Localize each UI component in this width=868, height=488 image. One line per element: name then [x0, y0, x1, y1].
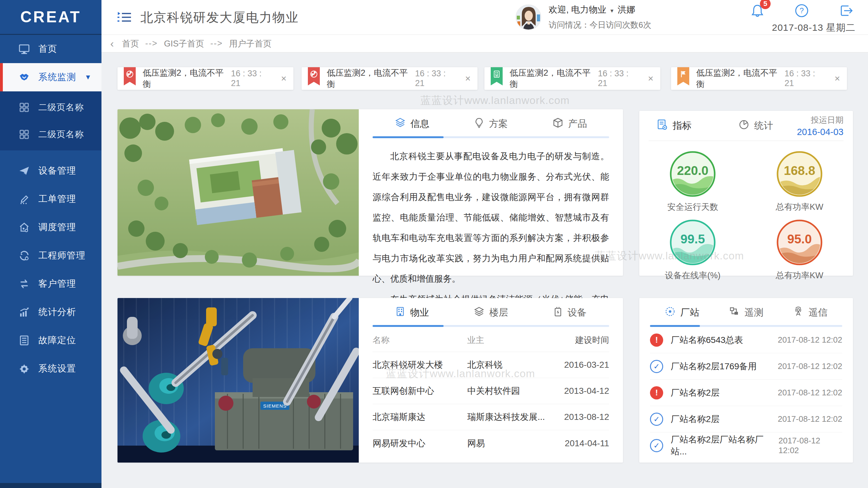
alert-card-2: 低压监测2，电流不平衡 16 : 33 : 21 × [302, 67, 477, 90]
tab-statistics[interactable]: 统计 [739, 119, 773, 132]
check-status-icon: ✓ [650, 413, 663, 426]
station-time: 2017-08-12 12:02 [778, 335, 842, 345]
sidebar-item-home[interactable]: 首页 [0, 35, 101, 63]
close-icon[interactable]: × [834, 74, 840, 83]
document-list-icon [18, 334, 30, 346]
sidebar-item-engineer-mgmt[interactable]: 工程师管理 [0, 241, 101, 270]
station-card: 厂站 遥测 遥信 ! 厂站名称6543总表 2017-08-12 12:02 [639, 298, 853, 462]
station-list-item[interactable]: ! 厂站名称6543总表 2017-08-12 12:02 [650, 327, 842, 353]
table-row[interactable]: 互联网创新中心 中关村软件园 2013-04-12 [373, 378, 609, 404]
tab-station[interactable]: 厂站 [650, 306, 714, 319]
sidebar-item-customer-mgmt[interactable]: 客户管理 [0, 270, 101, 298]
help-icon[interactable]: ? [795, 3, 809, 19]
sidebar-item-label: 故障定位 [38, 334, 76, 347]
table-row[interactable]: 网易研发中心 网易 2014-04-11 [373, 430, 609, 456]
cell-name: 网易研发中心 [373, 437, 467, 449]
column-header: 名称 [373, 334, 467, 346]
cell-name: 北京瑞斯康达 [373, 411, 467, 423]
gauge-total-power-1: 168.8 总有功率KW [746, 151, 853, 213]
cell-owner: 中关村软件园 [467, 385, 548, 397]
sidebar-item-system-monitor[interactable]: 系统监测 ▼ [0, 63, 101, 91]
logout-icon[interactable] [839, 3, 854, 19]
station-list-item[interactable]: ✓ 厂站名称2层厂站名称厂站... 2017-08-12 12:02 [650, 432, 842, 459]
info-panel: 信息 方案 产品 北京科锐主要从事配电设备及电力电子的研发与制造。 [359, 109, 623, 276]
commission-date-label: 投运日期 [797, 115, 843, 126]
sidebar-item-workorder-mgmt[interactable]: 工单管理 [0, 185, 101, 213]
tab-floor[interactable]: 楼层 [452, 306, 530, 319]
tab-telemetry[interactable]: 遥测 [714, 306, 778, 319]
breadcrumb-item-home[interactable]: 首页 [122, 38, 139, 49]
tab-label: 遥测 [745, 306, 764, 319]
tab-indicators[interactable]: 指标 [657, 119, 691, 132]
welcome-text: 欢迎, 电力物业 [549, 5, 607, 14]
layers-icon [395, 118, 406, 130]
swap-arrows-icon [18, 278, 30, 290]
tab-plan[interactable]: 方案 [452, 118, 530, 130]
sidebar-subitem-1[interactable]: 二级页名称 [0, 94, 101, 121]
check-status-icon: ✓ [650, 360, 663, 373]
app-logo: CREAT [0, 0, 101, 35]
sidebar-item-fault-locate[interactable]: 故障定位 [0, 326, 101, 355]
chart-trend-icon [18, 306, 30, 318]
tab-label: 信息 [411, 118, 429, 130]
sidebar-item-device-mgmt[interactable]: 设备管理 [0, 157, 101, 185]
sidebar-item-stat-analysis[interactable]: 统计分析 [0, 298, 101, 326]
sidebar-item-label: 工程师管理 [38, 249, 86, 262]
sidebar-bottom-strip [0, 483, 101, 488]
tab-device[interactable]: 设备 [530, 306, 609, 319]
alert-ribbon-fan-icon [124, 67, 136, 86]
table-row[interactable]: 北京瑞斯康达 瑞斯康达科技发展... 2013-08-12 [373, 404, 609, 430]
alert-text: 低压监测2，电流不平衡 [327, 67, 415, 90]
cell-date: 2016-03-21 [548, 360, 609, 370]
lightbulb-icon [474, 118, 484, 130]
station-name: 厂站名称2层1769备用 [671, 360, 757, 372]
alert-text: 低压监测2，电流不平衡 [696, 67, 784, 90]
station-time: 2017-08-12 12:02 [778, 436, 842, 455]
breadcrumb-back-icon[interactable]: ‹ [110, 37, 114, 50]
tab-property[interactable]: 物业 [373, 306, 452, 319]
sidebar-subitem-label: 二级页名称 [38, 128, 84, 140]
sidebar-item-label: 首页 [38, 43, 57, 55]
table-row[interactable]: 北京科锐研发大楼 北京科锐 2016-03-21 [373, 352, 609, 378]
close-icon[interactable]: × [648, 74, 653, 83]
user-menu[interactable]: 欢迎, 电力物业▼洪娜 访问情况：今日访问次数6次 [516, 4, 651, 30]
tab-info[interactable]: 信息 [373, 118, 452, 130]
station-name: 厂站名称6543总表 [671, 334, 743, 346]
building-icon [395, 306, 405, 319]
alert-card-3: 低压监测2，电流不平衡 16 : 33 : 21 × [485, 67, 660, 90]
sidebar-item-label: 系统监测 [38, 71, 76, 84]
sidebar-item-label: 系统设置 [38, 362, 76, 375]
cell-name: 互联网创新中心 [373, 385, 467, 397]
notification-bell-icon[interactable]: 5 [750, 3, 764, 19]
property-tabs: 物业 楼层 设备 [373, 298, 609, 327]
close-icon[interactable]: × [465, 74, 471, 83]
tab-label: 统计 [754, 119, 773, 132]
alert-status-icon: ! [650, 333, 663, 347]
commission-date-value[interactable]: 2016-04-03 [797, 127, 843, 137]
close-icon[interactable]: × [281, 74, 286, 83]
station-name: 厂站名称2层厂站名称厂站... [671, 434, 778, 458]
breadcrumb-item-gis[interactable]: GIS子首页 [164, 38, 204, 49]
cell-date: 2013-08-12 [548, 412, 609, 422]
station-list-item[interactable]: ! 厂站名称2层 2017-08-12 12:02 [650, 380, 842, 406]
tab-product[interactable]: 产品 [530, 118, 609, 130]
station-list-item[interactable]: ✓ 厂站名称2层 2017-08-12 12:02 [650, 406, 842, 432]
notification-badge: 5 [760, 0, 771, 9]
menu-toggle-icon[interactable] [117, 10, 132, 26]
grid-icon [18, 101, 30, 113]
grid-icon [18, 128, 30, 140]
metrics-tabs: 指标 统计 投运日期 2016-04-03 [649, 111, 843, 141]
sidebar-subitem-2[interactable]: 二级页名称 [0, 121, 101, 148]
sidebar-item-system-settings[interactable]: 系统设置 [0, 355, 101, 383]
tab-telesignal[interactable]: 遥信 [778, 306, 842, 319]
gauge-meter-icon [665, 306, 675, 319]
header-date: 2017-08-13 星期二 [749, 21, 856, 34]
station-list-item[interactable]: ✓ 厂站名称2层1769备用 2017-08-12 12:02 [650, 353, 842, 380]
tab-underline [373, 325, 609, 327]
gauge-grid: 220.0 安全运行天数 168.8 总有功率KW [639, 141, 853, 281]
property-panel: 物业 楼层 设备 名称 [359, 298, 623, 462]
commission-date-block: 投运日期 2016-04-03 [797, 115, 843, 137]
sidebar-item-dispatch-mgmt[interactable]: 调度管理 [0, 213, 101, 241]
alert-card-4: 低压监测2，电流不平衡 16 : 33 : 21 × [671, 67, 847, 90]
breadcrumb-item-user[interactable]: 用户子首页 [229, 38, 272, 49]
